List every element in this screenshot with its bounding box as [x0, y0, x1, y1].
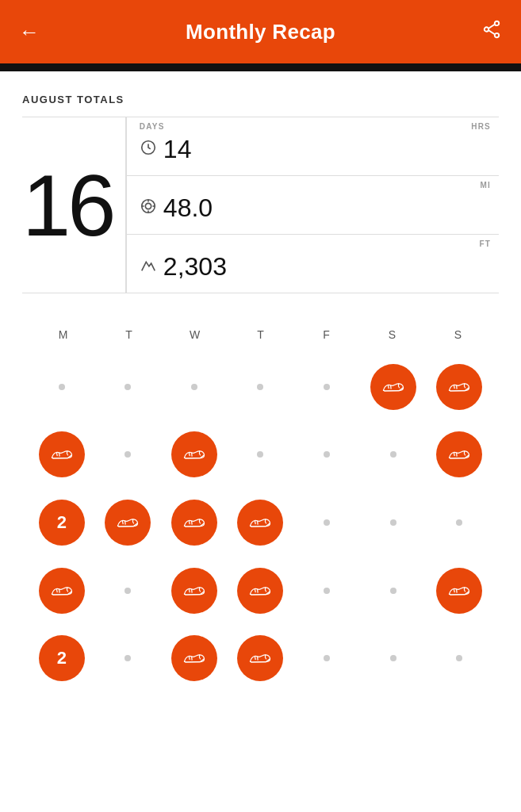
calendar-cell [362, 559, 425, 622]
empty-day-dot [324, 384, 330, 390]
empty-day-dot [390, 519, 396, 526]
empty-day-dot [324, 588, 330, 594]
svg-line-3 [488, 25, 495, 29]
calendar-cell [295, 491, 358, 554]
calendar-cell [295, 626, 358, 690]
stats-right: DAYS HRS 14 MI [127, 117, 499, 293]
activity-day-shoe[interactable] [370, 364, 416, 410]
calendar-cell [427, 355, 491, 419]
calendar-day-header: W [162, 322, 228, 347]
calendar-cell [97, 626, 160, 690]
calendar-cell [229, 491, 293, 554]
empty-day-dot [456, 519, 462, 526]
empty-day-dot [390, 588, 396, 594]
activity-day-shoe[interactable] [171, 568, 217, 614]
calendar-cell [427, 559, 491, 622]
calendar-header: MTWTFSS [30, 322, 491, 347]
subheader-bar [0, 63, 521, 71]
activity-count: 2 [57, 648, 67, 668]
calendar-cell [295, 423, 358, 487]
activity-day-shoe[interactable] [436, 364, 482, 410]
calendar-day-header: S [359, 322, 425, 347]
calendar-cell [229, 355, 293, 419]
days-value: 16 [22, 162, 113, 249]
activity-day-number[interactable]: 2 [39, 500, 85, 546]
empty-day-dot [257, 451, 263, 458]
main-content: AUGUST TOTALS 16 DAYS HRS 14 [0, 71, 521, 690]
activity-day-shoe[interactable] [105, 500, 151, 546]
empty-day-dot [324, 519, 330, 526]
activity-day-shoe[interactable] [436, 568, 482, 614]
calendar-day-header: F [293, 322, 359, 347]
calendar-cell [163, 626, 226, 690]
activity-day-shoe[interactable] [436, 431, 482, 477]
calendar-day-header: T [228, 322, 293, 347]
activity-day-number[interactable]: 2 [39, 635, 85, 681]
activity-day-shoe[interactable] [171, 431, 217, 477]
share-button[interactable] [481, 19, 502, 44]
svg-line-4 [488, 30, 495, 34]
empty-day-dot [456, 655, 462, 661]
activity-day-shoe[interactable] [237, 568, 283, 614]
feet-unit-label: FT [479, 239, 491, 248]
calendar-section: MTWTFSS [22, 322, 499, 690]
calendar-cell [427, 423, 491, 487]
calendar-cell [97, 355, 160, 419]
section-label: AUGUST TOTALS [22, 94, 499, 105]
calendar-cell [163, 355, 226, 419]
calendar-cell [295, 559, 358, 622]
calendar-cell [97, 423, 160, 487]
empty-day-dot [59, 384, 65, 390]
calendar-cell [97, 491, 160, 554]
calendar-cell: 2 [30, 626, 94, 690]
calendar-cell [30, 355, 94, 419]
calendar-cell [229, 559, 293, 622]
empty-day-dot [191, 384, 197, 390]
hours-stat-row: DAYS HRS 14 [127, 117, 499, 175]
activity-day-shoe[interactable] [171, 635, 217, 681]
activity-day-shoe[interactable] [237, 635, 283, 681]
empty-day-dot [324, 655, 330, 661]
calendar-cell [163, 423, 226, 487]
feet-stat-row: FT 2,303 [127, 234, 499, 293]
calendar-cell [295, 355, 358, 419]
calendar-grid: 2 [30, 355, 491, 690]
app-header: ← Monthly Recap [0, 0, 521, 63]
calendar-cell: 2 [30, 491, 94, 554]
activity-count: 2 [57, 512, 67, 533]
share-icon [481, 19, 502, 40]
calendar-day-header: M [30, 322, 96, 347]
empty-day-dot [324, 451, 330, 458]
calendar-cell [229, 423, 293, 487]
activity-day-shoe[interactable] [171, 500, 217, 546]
empty-day-dot [125, 655, 131, 661]
calendar-day-header: T [96, 322, 162, 347]
svg-point-2 [495, 33, 499, 37]
calendar-day-header: S [425, 322, 491, 347]
calendar-cell [362, 423, 425, 487]
hours-unit-label: HRS [471, 122, 491, 131]
calendar-cell [362, 355, 425, 419]
calendar-cell [163, 491, 226, 554]
svg-point-0 [495, 21, 499, 25]
back-button[interactable]: ← [19, 20, 40, 44]
empty-day-dot [125, 588, 131, 594]
activity-day-shoe[interactable] [237, 500, 283, 546]
clock-icon [140, 139, 157, 160]
empty-day-dot [390, 451, 396, 458]
miles-unit-label: MI [480, 181, 491, 190]
calendar-cell [362, 626, 425, 690]
svg-point-1 [485, 27, 488, 31]
days-big-number-col: 16 [22, 117, 125, 293]
calendar-cell [97, 559, 160, 622]
empty-day-dot [125, 451, 131, 458]
activity-day-shoe[interactable] [39, 431, 85, 477]
calendar-cell [229, 626, 293, 690]
target-icon [140, 197, 157, 219]
activity-day-shoe[interactable] [39, 568, 85, 614]
empty-day-dot [390, 655, 396, 661]
empty-day-dot [257, 384, 263, 390]
days-label: DAYS [140, 122, 165, 131]
empty-day-dot [125, 384, 131, 390]
calendar-cell [30, 559, 94, 622]
